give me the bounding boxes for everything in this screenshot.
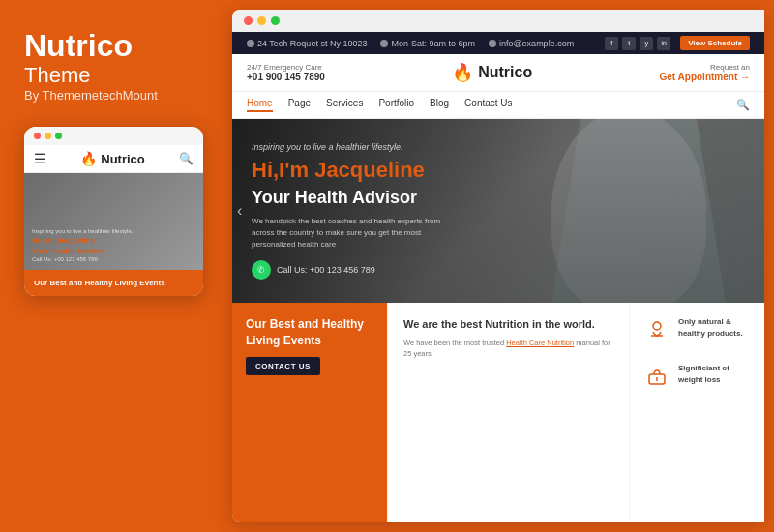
nav-left: 24/7 Emergency Care +01 900 145 7890	[247, 63, 325, 82]
hero-small-text: Inspiring you to live a healthier lifest…	[252, 142, 445, 152]
nutrition-text-start: We have been the most trusted	[403, 339, 506, 347]
nav-item-home[interactable]: Home	[247, 98, 273, 112]
svg-point-0	[653, 322, 661, 330]
topbar-social: f t y in	[605, 37, 670, 50]
mobile-bottom-text: Our Best and Healthy Living Events	[34, 278, 194, 288]
weight-loss-icon	[643, 363, 670, 390]
mobile-hero-heading: Hi,I'm Jacqueline Your Health Advisor	[32, 236, 195, 256]
topbar-nav: 24 Tech Roquet st Ny 10023 Mon-Sat: 9am …	[232, 32, 764, 54]
mobile-dot-yellow	[45, 133, 51, 139]
feature2-start: Significiant of	[678, 364, 729, 372]
left-panel: Nutrico Theme By ThememetechMount ☰ 🔥 Nu…	[0, 0, 232, 532]
nav-item-portfolio[interactable]: Portfolio	[378, 98, 414, 112]
events-title-start: Our Best and Healthy	[246, 317, 364, 331]
nav-menu: Home Page Services Portfolio Blog Contac…	[232, 92, 764, 119]
topbar-hours: Mon-Sat: 9am to 6pm	[380, 39, 475, 48]
hero-heading: Hi,I'm Jacqueline	[252, 158, 445, 183]
brand-by: By ThememetechMount	[24, 88, 208, 103]
events-title-bold: Living Events	[246, 334, 321, 347]
twitter-icon[interactable]: t	[622, 37, 636, 50]
hero-cta-text: Call Us: +00 123 456 789	[277, 265, 375, 275]
whatsapp-icon[interactable]: ✆	[252, 260, 271, 280]
nutrition-text: We have been the most trusted Health Car…	[403, 338, 613, 360]
mobile-hero-name: Jacqueline	[55, 236, 95, 245]
facebook-icon[interactable]: f	[605, 37, 618, 50]
schedule-button[interactable]: View Schedule	[680, 36, 750, 50]
hero-heading-start: Hi,I'm	[252, 158, 314, 182]
nutrition-panel: We are the best Nutrition in the world. …	[387, 303, 629, 522]
mobile-hero-heading-start: Hi,I'm	[32, 236, 55, 245]
desktop-dot-red	[244, 16, 253, 25]
phone-number: +01 900 145 7890	[247, 72, 325, 82]
email-icon	[489, 40, 496, 47]
mobile-hero-small-text: Inspiring you to live a healthier lifest…	[32, 228, 195, 234]
main-nav: 24/7 Emergency Care +01 900 145 7890 🔥 N…	[232, 54, 764, 92]
clock-icon	[380, 40, 388, 47]
appointment-link[interactable]: Get Appointment →	[659, 72, 750, 82]
mobile-mockup: ☰ 🔥 Nutrico 🔍 Inspiring you to live a he…	[24, 127, 203, 296]
linkedin-icon[interactable]: in	[657, 37, 670, 50]
mobile-hero-content: Inspiring you to live a healthier lifest…	[32, 228, 195, 262]
mobile-hero: Inspiring you to live a healthier lifest…	[24, 173, 203, 270]
topbar-address: 24 Tech Roquet st Ny 10023	[247, 39, 367, 48]
brand-theme: Theme	[24, 63, 208, 88]
hero-subheading: Your Health Advisor	[252, 188, 445, 208]
nav-item-page[interactable]: Page	[288, 98, 311, 112]
bottom-section: Our Best and Healthy Living Events CONTA…	[232, 303, 764, 522]
hero-section: Inspiring you to live a healthier lifest…	[232, 119, 764, 303]
feature-weight-text: Significiant of weight loss	[678, 363, 751, 386]
mobile-hero-cta: Call Us: +00 123 456 789	[32, 256, 195, 262]
topbar-email: info@example.com	[489, 39, 574, 48]
mobile-bottom-section: Our Best and Healthy Living Events	[24, 270, 203, 296]
events-title: Our Best and Healthy Living Events	[246, 316, 373, 349]
mobile-hero-heading-end: Your Health Advisor	[32, 247, 105, 255]
nav-item-contact[interactable]: Contact Us	[464, 98, 512, 112]
desktop-dot-green	[271, 16, 280, 25]
mobile-bottom-bold: Living Events	[115, 279, 165, 287]
hero-person-shape	[551, 119, 706, 303]
brand-name: Nutrico	[24, 29, 208, 63]
hero-description: We handpick the best coaches and health …	[252, 216, 445, 251]
youtube-icon[interactable]: y	[640, 37, 653, 50]
nav-logo-text: Nutrico	[478, 64, 532, 81]
request-label: Request an	[659, 63, 750, 72]
mobile-logo: 🔥 Nutrico	[80, 151, 145, 166]
mobile-dot-red	[34, 133, 41, 139]
feature2-bold: weight loss	[678, 375, 721, 384]
desktop-top-bar	[232, 10, 764, 32]
location-icon	[247, 40, 254, 47]
features-panel: Only natural & healthy products. Signifi…	[629, 303, 764, 522]
feature-natural: Only natural & healthy products.	[643, 316, 751, 343]
hero-heading-name: Jacqueline	[314, 158, 425, 182]
hamburger-icon[interactable]: ☰	[34, 151, 46, 166]
search-icon[interactable]: 🔍	[736, 99, 750, 111]
feature-natural-text: Only natural & healthy products.	[678, 316, 751, 340]
feature-weight: Significiant of weight loss	[643, 363, 751, 390]
nutrition-title: We are the best Nutrition in the world.	[403, 316, 613, 333]
mobile-top-bar	[24, 127, 203, 145]
emergency-label: 24/7 Emergency Care	[247, 63, 325, 72]
topbar-right: f t y in View Schedule	[605, 36, 750, 50]
mobile-bottom-start: Our Best and Healthy	[34, 279, 115, 287]
mobile-header: ☰ 🔥 Nutrico 🔍	[24, 145, 203, 173]
nutrition-heading-bold: in the world.	[532, 318, 595, 330]
feature1-start: Only natural &	[678, 317, 731, 326]
mobile-search-icon[interactable]: 🔍	[179, 152, 194, 165]
nav-logo-icon: 🔥	[452, 62, 473, 83]
mobile-dot-green	[55, 133, 62, 139]
nutrition-link[interactable]: Health Care Nutrition	[506, 339, 574, 347]
nav-right: Request an Get Appointment →	[659, 63, 750, 82]
hero-content: Inspiring you to live a healthier lifest…	[232, 128, 464, 294]
natural-products-icon	[643, 316, 670, 343]
feature1-bold: healthy products.	[678, 329, 743, 338]
nav-logo: 🔥 Nutrico	[452, 62, 532, 83]
contact-us-button[interactable]: CONTACT US	[246, 357, 320, 375]
mobile-logo-icon: 🔥	[80, 151, 97, 166]
nutrition-heading-start: We are the best Nutrition	[403, 318, 532, 330]
hero-cta: ✆ Call Us: +00 123 456 789	[252, 260, 445, 280]
desktop-dot-yellow	[257, 16, 266, 25]
events-panel: Our Best and Healthy Living Events CONTA…	[232, 303, 387, 522]
mobile-logo-text: Nutrico	[101, 152, 145, 166]
nav-item-blog[interactable]: Blog	[430, 98, 449, 112]
nav-item-services[interactable]: Services	[326, 98, 363, 112]
